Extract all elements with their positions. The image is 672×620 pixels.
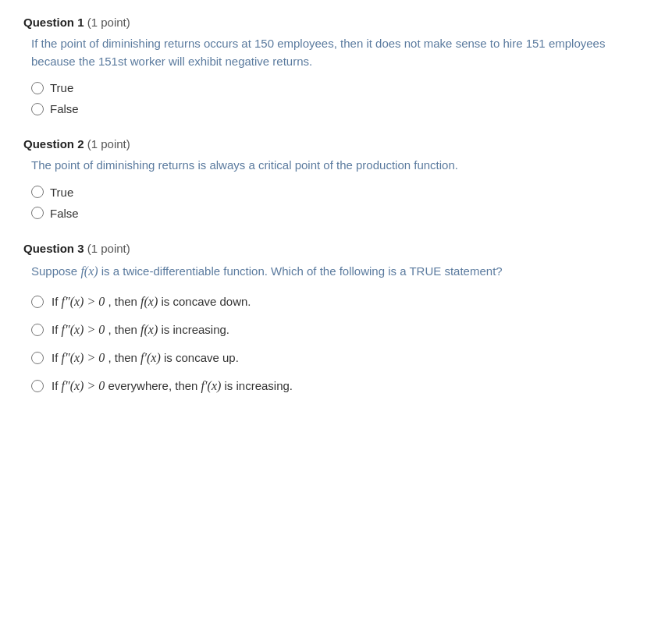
- q3-intro-math: f(x): [80, 264, 98, 278]
- q3-option-b: If f″(x) > 0 , then f(x) is increasing.: [31, 323, 649, 337]
- question-2-number: Question 2: [23, 137, 84, 151]
- q3-b-middle: , then: [108, 323, 140, 336]
- question-2-text: The point of diminishing returns is alwa…: [31, 157, 649, 175]
- q3-b-prefix: If: [52, 323, 62, 336]
- q3-a-middle: , then: [108, 295, 140, 308]
- question-2-points: (1 point): [87, 137, 130, 151]
- q3-b-suffix: is increasing.: [161, 323, 229, 336]
- q3-label-c: If f″(x) > 0 , then f′(x) is concave up.: [52, 351, 239, 365]
- q2-true-radio[interactable]: [31, 186, 44, 198]
- question-3-text: Suppose f(x) is a twice-differentiable f…: [31, 261, 649, 282]
- q3-d-math1: f″(x) > 0: [62, 379, 105, 392]
- q3-c-suffix: is concave up.: [164, 351, 239, 364]
- q3-d-math2: f′(x): [201, 379, 222, 392]
- q1-option-false: False: [31, 102, 649, 115]
- q2-option-true: True: [31, 186, 649, 199]
- question-2-options: True False: [31, 186, 649, 220]
- q2-false-label: False: [50, 207, 79, 220]
- question-1: Question 1 (1 point) If the point of dim…: [23, 16, 649, 115]
- question-3-points: (1 point): [87, 242, 130, 255]
- q3-label-d: If f″(x) > 0 everywhere, then f′(x) is i…: [52, 379, 293, 393]
- question-1-options: True False: [31, 81, 649, 115]
- q3-option-a: If f″(x) > 0 , then f(x) is concave down…: [31, 295, 649, 309]
- q3-b-math1: f″(x) > 0: [62, 323, 105, 336]
- q1-false-radio[interactable]: [31, 103, 44, 115]
- question-2: Question 2 (1 point) The point of dimini…: [23, 137, 649, 220]
- q3-c-math2: f′(x): [140, 351, 161, 364]
- q1-option-true: True: [31, 81, 649, 94]
- q3-d-suffix: is increasing.: [225, 379, 293, 392]
- q3-option-c: If f″(x) > 0 , then f′(x) is concave up.: [31, 351, 649, 365]
- q3-c-math1: f″(x) > 0: [62, 351, 105, 364]
- q3-label-b: If f″(x) > 0 , then f(x) is increasing.: [52, 323, 229, 337]
- q3-option-d: If f″(x) > 0 everywhere, then f′(x) is i…: [31, 379, 649, 393]
- question-1-points: (1 point): [87, 16, 130, 29]
- q3-d-prefix: If: [52, 379, 62, 392]
- question-2-header: Question 2 (1 point): [23, 137, 649, 151]
- q3-intro: Suppose: [31, 264, 80, 278]
- q3-radio-b[interactable]: [31, 324, 44, 336]
- question-3-options: If f″(x) > 0 , then f(x) is concave down…: [31, 295, 649, 393]
- q2-false-radio[interactable]: [31, 207, 44, 219]
- q3-b-math2: f(x): [140, 323, 158, 336]
- q1-false-label: False: [50, 102, 79, 115]
- q1-true-label: True: [50, 81, 73, 94]
- q3-c-middle: , then: [108, 351, 140, 364]
- q3-a-suffix: is concave down.: [161, 295, 251, 308]
- q3-c-prefix: If: [52, 351, 62, 364]
- q3-radio-c[interactable]: [31, 352, 44, 364]
- q3-a-prefix: If: [52, 295, 62, 308]
- question-3-number: Question 3: [23, 242, 84, 255]
- q2-option-false: False: [31, 207, 649, 220]
- q3-label-a: If f″(x) > 0 , then f(x) is concave down…: [52, 295, 251, 309]
- q3-intro-rest: is a twice-differentiable function. Whic…: [98, 264, 503, 278]
- q1-true-radio[interactable]: [31, 82, 44, 94]
- q3-a-math2: f(x): [140, 295, 158, 308]
- question-1-text: If the point of diminishing returns occu…: [31, 35, 649, 70]
- question-3: Question 3 (1 point) Suppose f(x) is a t…: [23, 242, 649, 394]
- q3-radio-a[interactable]: [31, 296, 44, 308]
- q3-radio-d[interactable]: [31, 380, 44, 392]
- question-1-number: Question 1: [23, 16, 84, 29]
- q3-d-middle: everywhere, then: [108, 379, 201, 392]
- q2-true-label: True: [50, 186, 73, 199]
- question-1-header: Question 1 (1 point): [23, 16, 649, 29]
- question-3-header: Question 3 (1 point): [23, 242, 649, 255]
- q3-a-math1: f″(x) > 0: [62, 295, 105, 308]
